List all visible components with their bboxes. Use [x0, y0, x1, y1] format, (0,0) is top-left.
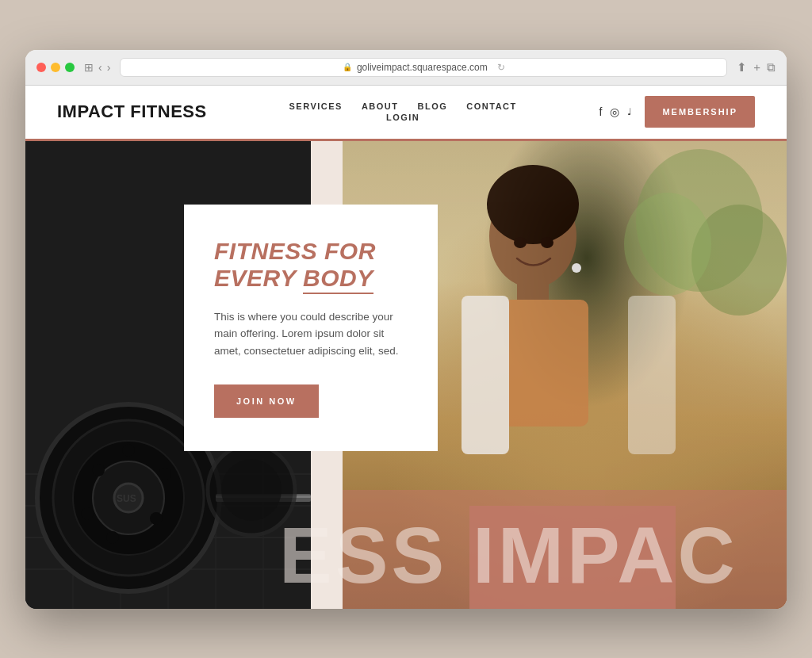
svg-point-29	[624, 193, 711, 296]
join-now-button[interactable]: JOIN NOW	[214, 384, 319, 418]
site-logo[interactable]: IMPACT FITNESS	[57, 101, 207, 122]
social-icons: f ◎ ♩	[599, 105, 633, 118]
hero-section: SUS	[25, 141, 787, 609]
svg-point-16	[159, 468, 171, 480]
headline: FITNESS FOR EVERY BODY	[214, 238, 408, 293]
nav-login[interactable]: LOGIN	[386, 113, 419, 122]
tiktok-icon[interactable]: ♩	[627, 106, 632, 117]
address-bar[interactable]: 🔒 goliveimpact.squarespace.com ↻	[120, 58, 727, 77]
svg-point-38	[572, 263, 581, 273]
svg-point-19	[81, 507, 94, 520]
accent-block	[469, 506, 676, 609]
navigation: IMPACT FITNESS SERVICES ABOUT BLOG CONTA…	[25, 86, 787, 141]
browser-controls: ⊞ ‹ ›	[84, 61, 110, 74]
svg-point-20	[92, 464, 105, 476]
nav-blog[interactable]: BLOG	[418, 101, 448, 111]
nav-services[interactable]: SERVICES	[289, 101, 342, 111]
nav-about[interactable]: ABOUT	[362, 101, 399, 111]
browser-window: ⊞ ‹ › 🔒 goliveimpact.squarespace.com ↻ ⬆…	[25, 50, 787, 609]
minimize-button[interactable]	[51, 63, 60, 72]
lock-icon: 🔒	[343, 63, 352, 71]
headline-line2-bold: BODY	[303, 265, 373, 294]
body-text: This is where you could describe your ma…	[214, 308, 408, 360]
nav-contact[interactable]: CONTACT	[466, 101, 516, 111]
tabs-icon[interactable]: ⧉	[767, 60, 776, 75]
svg-point-40	[541, 237, 553, 248]
svg-point-18	[106, 531, 119, 544]
nav-links-row1: SERVICES ABOUT BLOG CONTACT	[289, 101, 516, 111]
back-button[interactable]: ‹	[98, 61, 102, 74]
close-button[interactable]	[36, 63, 46, 72]
svg-rect-33	[501, 189, 565, 212]
url-text: goliveimpact.squarespace.com	[357, 62, 488, 73]
traffic-lights	[36, 63, 75, 72]
browser-actions: ⬆ + ⧉	[737, 60, 776, 75]
maximize-button[interactable]	[65, 63, 75, 72]
headline-line1: FITNESS FOR	[214, 238, 376, 264]
new-tab-icon[interactable]: +	[753, 60, 760, 75]
refresh-icon: ↻	[497, 62, 505, 73]
content-card: FITNESS FOR EVERY BODY This is where you…	[184, 205, 438, 452]
nav-center: SERVICES ABOUT BLOG CONTACT LOGIN	[289, 101, 516, 122]
headline-line2: EVERY	[214, 265, 296, 291]
svg-point-17	[150, 512, 163, 525]
share-icon[interactable]: ⬆	[737, 60, 747, 75]
facebook-icon[interactable]: f	[599, 105, 603, 118]
nav-links-row2: LOGIN	[386, 113, 419, 122]
svg-point-15	[122, 444, 135, 457]
forward-button[interactable]: ›	[107, 61, 111, 74]
svg-rect-36	[462, 296, 509, 454]
svg-text:SUS: SUS	[117, 493, 136, 504]
website: IMPACT FITNESS SERVICES ABOUT BLOG CONTA…	[25, 86, 787, 609]
nav-right: f ◎ ♩ MEMBERSHIP	[599, 96, 755, 128]
svg-point-25	[221, 459, 282, 521]
svg-rect-37	[628, 296, 676, 454]
membership-button[interactable]: MEMBERSHIP	[645, 96, 755, 128]
svg-point-39	[514, 237, 527, 248]
browser-chrome: ⊞ ‹ › 🔒 goliveimpact.squarespace.com ↻ ⬆…	[25, 50, 787, 86]
instagram-icon[interactable]: ◎	[610, 105, 619, 118]
window-icon: ⊞	[84, 61, 94, 74]
